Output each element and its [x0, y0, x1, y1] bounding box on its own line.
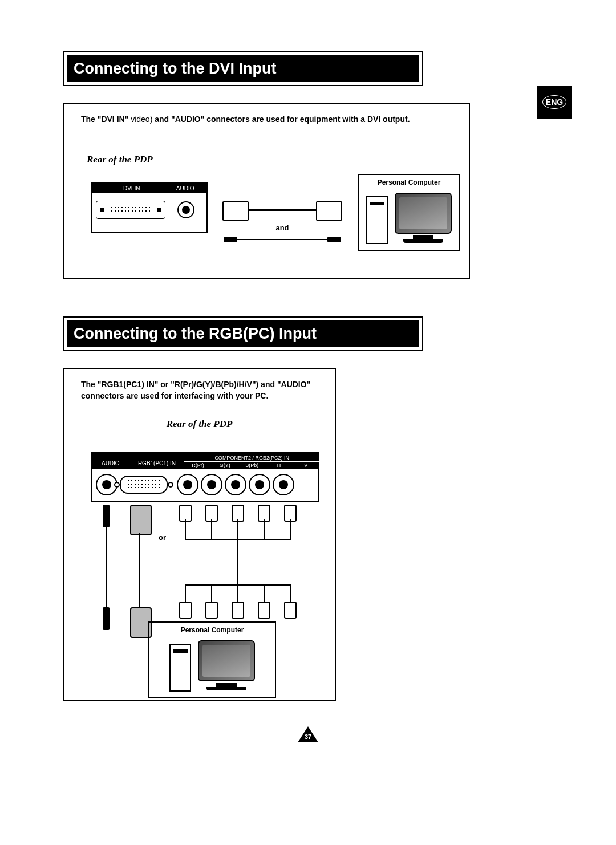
dvi-cables-diagram: and: [222, 198, 342, 246]
section1-title-bar: Connecting to the DVI Input: [63, 51, 423, 86]
pc-tower-icon-2: [169, 644, 191, 692]
section2-intro: The "RGB1(PC1) IN" or "R(Pr)/G(Y)/B(Pb)/…: [81, 379, 323, 401]
bnc-line-b3: [237, 584, 238, 602]
bnc-trunk-line-icon: [237, 539, 238, 584]
dvi-in-label: DVI IN: [96, 185, 167, 192]
and-label: and: [222, 224, 342, 232]
vga-cable-line-icon: [139, 533, 140, 607]
pc-box-2: Personal Computer: [148, 621, 276, 698]
page-number-triangle-icon: 37: [298, 726, 318, 742]
component2-group: COMPONENT2 / RGB2(PC2) IN R(Pr) G(Y) B(P…: [184, 454, 319, 469]
bnc-plug-2-bottom-icon: [205, 602, 218, 619]
audio-mini-plug-bottom-icon: [103, 607, 110, 630]
vga-port-icon: [120, 476, 168, 494]
bnc-bpb-icon: [225, 474, 246, 495]
pc-tower-icon: [366, 196, 388, 244]
dvi-cable-icon: [222, 198, 342, 221]
bnc-plug-1-bottom-icon: [179, 602, 192, 619]
rgb-ports-row: [91, 469, 319, 502]
bnc-line-5: [290, 519, 291, 539]
component2-sublabels: R(Pr) G(Y) B(Pb) H V: [184, 462, 319, 469]
bnc-v-icon: [273, 474, 294, 495]
bpb-label: B(Pb): [238, 462, 265, 469]
bnc-plug-5-bottom-icon: [284, 602, 297, 619]
section1-subhead: Rear of the PDP: [87, 154, 469, 165]
section1-title: Connecting to the DVI Input: [67, 55, 419, 82]
audio-cable-line-icon: [106, 527, 107, 607]
dvi-audio-jack-icon: [169, 201, 203, 218]
page-number-marker: 37: [298, 726, 318, 742]
rpr-label: R(Pr): [184, 462, 211, 469]
pc2-title: Personal Computer: [156, 626, 268, 634]
intro-light: video): [128, 115, 155, 124]
h-label: H: [265, 462, 292, 469]
bnc-gy-icon: [201, 474, 222, 495]
language-tab: ENG: [537, 86, 572, 119]
audio-cable-icon: [222, 234, 342, 246]
audio-mini-plug-top-icon: [103, 505, 110, 527]
bnc-plug-4-bottom-icon: [258, 602, 270, 619]
bnc-line-b4: [264, 584, 265, 602]
intro-part1: The "DVI IN": [81, 115, 128, 124]
dvi-panel-labels: DVI IN AUDIO: [92, 184, 206, 193]
gy-label: G(Y): [212, 462, 238, 469]
vga-plug-top-icon: [130, 505, 152, 535]
pc-monitor-icon: [395, 193, 452, 244]
language-badge: ENG: [542, 95, 566, 109]
rgb1-pc1-label: RGB1(PC1) IN: [130, 460, 185, 469]
pc-monitor-icon-2: [198, 640, 255, 692]
dvi-rear-panel: DVI IN AUDIO: [91, 182, 208, 233]
intro2-prefix: The "RGB1(PC1) IN": [81, 380, 160, 389]
bnc-rpr-icon: [177, 474, 198, 495]
or-label: or: [159, 533, 166, 542]
component2-title: COMPONENT2 / RGB2(PC2) IN: [184, 454, 319, 462]
dvi-ports-row: [92, 193, 206, 226]
bnc-plug-3-bottom-icon: [232, 602, 244, 619]
section1-intro: The "DVI IN" video) and "AUDIO" connecto…: [81, 114, 457, 125]
manual-page: ENG Connecting to the DVI Input The "DVI…: [0, 0, 616, 845]
pc-box-1: Personal Computer: [358, 174, 460, 251]
bnc-h-icon: [249, 474, 270, 495]
bnc-line-b1: [185, 584, 186, 602]
bnc-line-1: [185, 519, 186, 539]
dvi-connector-icon: [96, 201, 165, 219]
intro-part2: and "AUDIO" connectors are used for equi…: [155, 115, 410, 124]
rgb-panel-labels: AUDIO RGB1(PC1) IN COMPONENT2 / RGB2(PC2…: [91, 452, 319, 469]
pc1-drawing: [366, 190, 452, 244]
intro2-or: or: [160, 380, 168, 389]
bnc-line-2: [211, 519, 212, 539]
bnc-line-b2: [211, 584, 212, 602]
rgb-audio-label: AUDIO: [91, 460, 130, 469]
section2-title: Connecting to the RGB(PC) Input: [67, 320, 419, 347]
section2-title-bar: Connecting to the RGB(PC) Input: [63, 316, 423, 351]
pc2-drawing: [169, 637, 255, 692]
bnc-line-4: [264, 519, 265, 539]
bnc-line-3: [237, 519, 238, 539]
v-label: V: [293, 462, 319, 469]
dvi-audio-label: AUDIO: [167, 185, 203, 192]
bnc-line-b5: [290, 584, 291, 602]
pc1-title: Personal Computer: [366, 178, 452, 186]
rgb-rear-panel: AUDIO RGB1(PC1) IN COMPONENT2 / RGB2(PC2…: [91, 452, 319, 502]
page-number: 37: [302, 733, 314, 740]
section2-subhead: Rear of the PDP: [64, 419, 335, 430]
